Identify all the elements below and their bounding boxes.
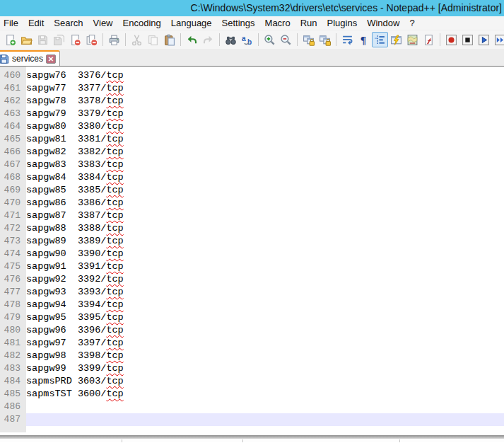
function-list-button[interactable] (421, 32, 437, 47)
editor-pane[interactable]: 460sapgw76 3376/tcp461sapgw77 3377/tcp46… (0, 67, 504, 432)
code-line[interactable]: 461sapgw77 3377/tcp (0, 82, 504, 95)
paste-button[interactable] (161, 32, 177, 47)
code-line[interactable]: 482sapgw98 3398/tcp (0, 350, 504, 362)
code-line[interactable]: 483sapgw99 3399/tcp (0, 362, 504, 375)
code-line[interactable]: 468sapgw84 3384/tcp (0, 171, 504, 184)
find-button[interactable] (223, 32, 239, 47)
redo-button[interactable] (200, 32, 216, 47)
line-number: 482 (0, 350, 26, 362)
zoom-out-button[interactable] (278, 32, 294, 47)
code-line-current[interactable]: 487 (0, 413, 504, 426)
tab-services[interactable]: services ✕ (0, 50, 60, 66)
code-line[interactable]: 484sapmsPRD 3603/tcp (0, 375, 504, 388)
code-line[interactable]: 480sapgw96 3396/tcp (0, 324, 504, 337)
show-indent-guide-icon (374, 34, 386, 46)
close-all-button[interactable] (83, 32, 100, 47)
code-line[interactable]: 481sapgw97 3397/tcp (0, 337, 504, 350)
code-line[interactable]: 469sapgw85 3385/tcp (0, 184, 504, 197)
show-all-characters-button[interactable]: ¶ (356, 32, 372, 47)
sync-vertical-scroll-button[interactable] (300, 32, 317, 47)
show-wrap-symbol-button[interactable] (388, 32, 404, 47)
play-macro-button[interactable] (476, 32, 492, 47)
menu-item-run[interactable]: Run (295, 16, 322, 30)
status-bar (0, 439, 504, 442)
new-file-button[interactable] (2, 32, 18, 47)
line-number: 476 (0, 273, 26, 286)
document-map-button[interactable] (404, 32, 421, 47)
sync-horizontal-scroll-button[interactable] (317, 32, 333, 47)
save-file-button[interactable] (35, 32, 51, 47)
misspelled-word: tcp (106, 299, 123, 310)
save-all-button[interactable] (51, 32, 67, 47)
copy-button[interactable] (145, 32, 161, 47)
close-file-button[interactable] (67, 32, 83, 47)
code-line[interactable]: 485sapmsTST 3600/tcp (0, 388, 504, 401)
menu-item-window[interactable]: Window (362, 16, 404, 30)
code-line[interactable]: 472sapgw88 3388/tcp (0, 222, 504, 235)
misspelled-word: tcp (106, 376, 123, 386)
code-line[interactable]: 460sapgw76 3376/tcp (0, 69, 504, 82)
show-indent-guide-button[interactable] (372, 32, 388, 47)
line-text: sapmsTST 3600/tcp (26, 388, 504, 401)
find-icon (225, 34, 237, 46)
menu-item-edit[interactable]: Edit (23, 16, 49, 30)
menu-item-search[interactable]: Search (49, 16, 88, 30)
line-text: sapgw92 3392/tcp (26, 273, 504, 286)
code-line[interactable]: 467sapgw83 3383/tcp (0, 159, 504, 171)
menu-item-encoding[interactable]: Encoding (118, 16, 166, 30)
cut-button[interactable] (129, 32, 145, 47)
toolbar-separator (336, 33, 336, 46)
code-line[interactable]: 463sapgw79 3379/tcp (0, 108, 504, 120)
misspelled-word: tcp (106, 223, 123, 234)
menu-item-view[interactable]: View (88, 16, 118, 30)
record-macro-button[interactable] (443, 32, 459, 47)
menu-item-[interactable]: ? (404, 16, 419, 30)
code-line[interactable]: 464sapgw80 3380/tcp (0, 120, 504, 133)
misspelled-word: tcp (106, 134, 123, 144)
open-file-button[interactable] (18, 32, 35, 47)
line-number: 467 (0, 159, 26, 171)
print-icon (108, 34, 120, 46)
code-line[interactable]: 471sapgw87 3387/tcp (0, 209, 504, 222)
line-number: 478 (0, 299, 26, 311)
toolbar-separator (297, 33, 298, 46)
code-line[interactable]: 470sapgw86 3386/tcp (0, 197, 504, 209)
code-line[interactable]: 478sapgw94 3394/tcp (0, 299, 504, 311)
code-line[interactable]: 473sapgw89 3389/tcp (0, 235, 504, 248)
line-text: sapgw98 3398/tcp (26, 350, 504, 362)
code-line[interactable]: 477sapgw93 3393/tcp (0, 286, 504, 299)
replace-button[interactable]: ab (239, 32, 255, 47)
run-macro-multiple-button[interactable] (492, 32, 504, 47)
notepad-plus-plus-window: C:\Windows\System32\drivers\etc\services… (0, 0, 504, 443)
code-line[interactable]: 479sapgw95 3395/tcp (0, 311, 504, 324)
menu-item-language[interactable]: Language (166, 16, 217, 30)
line-number: 465 (0, 133, 26, 146)
line-number: 479 (0, 311, 26, 324)
zoom-in-icon (264, 34, 276, 46)
menu-item-macro[interactable]: Macro (260, 16, 295, 30)
word-wrap-button[interactable] (339, 32, 356, 47)
code-line[interactable]: 474sapgw90 3390/tcp (0, 248, 504, 260)
misspelled-word: tcp (106, 146, 123, 157)
code-line[interactable]: 465sapgw81 3381/tcp (0, 133, 504, 146)
code-line[interactable]: 466sapgw82 3382/tcp (0, 146, 504, 159)
line-text: sapgw90 3390/tcp (26, 248, 504, 260)
sync-vertical-scroll-icon (303, 34, 315, 46)
code-line[interactable]: 476sapgw92 3392/tcp (0, 273, 504, 286)
line-number: 463 (0, 108, 26, 120)
print-button[interactable] (106, 32, 122, 47)
line-text: sapmsPRD 3603/tcp (26, 375, 504, 388)
statusbar-section-separator (242, 439, 243, 442)
undo-button[interactable] (184, 32, 200, 47)
tab-close-button[interactable]: ✕ (46, 54, 56, 64)
menu-item-settings[interactable]: Settings (217, 16, 260, 30)
code-line[interactable]: 475sapgw91 3391/tcp (0, 260, 504, 273)
code-line[interactable]: 462sapgw78 3378/tcp (0, 95, 504, 108)
menu-item-plugins[interactable]: Plugins (322, 16, 363, 30)
misspelled-word: tcp (106, 274, 123, 284)
code-line[interactable]: 486 (0, 401, 504, 413)
zoom-in-button[interactable] (262, 32, 278, 47)
menu-item-file[interactable]: File (0, 16, 23, 30)
stop-macro-button[interactable] (459, 32, 476, 47)
line-text: sapgw79 3379/tcp (26, 108, 504, 120)
